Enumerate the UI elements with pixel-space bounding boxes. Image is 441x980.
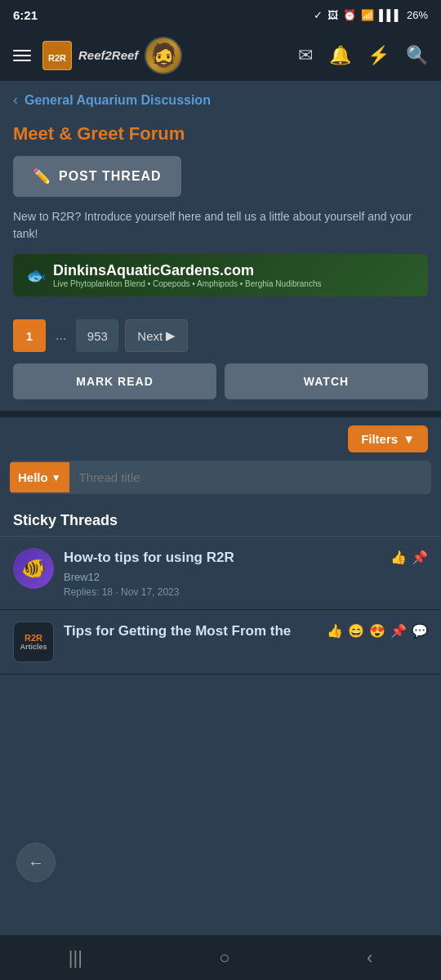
status-time: 6:21 <box>13 8 38 22</box>
thread-avatar-2: R2R Articles <box>13 621 54 662</box>
hamburger-menu[interactable] <box>13 50 31 61</box>
breadcrumb-text: General Aquarium Discussion <box>24 93 211 108</box>
main-header: R2R Reef2Reef 🧔 ✉ 🔔 ⚡ 🔍 <box>0 29 441 82</box>
status-icons: ✓ 🖼 ⏰ 📶 ▌▌▌ 26% <box>314 9 428 21</box>
search-icon[interactable]: 🔍 <box>406 45 428 66</box>
post-thread-label: POST THREAD <box>59 169 162 184</box>
thumbsup-icon: 👍 <box>390 550 407 565</box>
heart-eyes-icon: 😍 <box>369 623 385 639</box>
forum-description: New to R2R? Introduce yourself here and … <box>13 208 428 243</box>
edit-icon: ✏️ <box>33 167 51 185</box>
header-icons: ✉ 🔔 ⚡ 🔍 <box>298 45 428 66</box>
thread-avatar-icon-1: 🐠 <box>21 557 46 580</box>
svg-text:R2R: R2R <box>48 53 66 63</box>
thread-reactions-2: 👍 😄 😍 📌 💬 <box>327 623 428 639</box>
thread-content-2: Tips for Getting the Most From the 👍 😄 😍… <box>64 621 428 644</box>
page-1-button[interactable]: 1 <box>13 319 46 352</box>
page-dots: ... <box>52 328 69 343</box>
ad-subtitle: Live Phytoplankton Blend • Copepods • Am… <box>53 279 415 288</box>
section-divider <box>0 411 441 417</box>
bottom-nav: ||| ○ ‹ <box>0 934 441 980</box>
thread-search-input[interactable] <box>69 461 431 494</box>
sticky-thread-1[interactable]: 🐠 How-to tips for using R2R 👍 📌 Brew12 R… <box>0 537 441 610</box>
battery-icon: 26% <box>407 9 428 21</box>
status-bar: 6:21 ✓ 🖼 ⏰ 📶 ▌▌▌ 26% <box>0 0 441 29</box>
wifi-icon: 📶 <box>361 9 374 21</box>
page-next-button[interactable]: Next ▶ <box>125 319 188 352</box>
thread-author-1: Brew12 <box>64 571 428 583</box>
back-overlay-button[interactable]: ← <box>16 843 56 882</box>
search-bar: Hello ▼ <box>10 461 431 494</box>
ad-content: DinkinsAquaticGardens.com Live Phytoplan… <box>53 262 415 288</box>
thread-title-1: How-to tips for using R2R <box>64 548 234 568</box>
ad-banner[interactable]: 🐟 DinkinsAquaticGardens.com Live Phytopl… <box>13 254 428 296</box>
sticky-threads-header: Sticky Threads <box>0 502 441 537</box>
chevron-down-icon: ▼ <box>51 472 61 483</box>
articles-label: R2R <box>24 633 42 643</box>
comment-icon: 💬 <box>412 623 428 639</box>
thread-title-2: Tips for Getting the Most From the <box>64 621 291 641</box>
bottom-back-icon[interactable]: ‹ <box>367 947 372 969</box>
pagination-row: 1 ... 953 Next ▶ <box>13 319 428 352</box>
thread-reactions-1: 👍 📌 <box>390 550 428 565</box>
back-overlay-icon: ← <box>28 853 44 872</box>
sticky-thread-2[interactable]: R2R Articles Tips for Getting the Most F… <box>0 610 441 675</box>
breadcrumb: ‹ General Aquarium Discussion <box>0 82 441 118</box>
laugh-icon: 😄 <box>348 623 364 639</box>
pin-icon-2: 📌 <box>390 623 407 639</box>
page-last-button[interactable]: 953 <box>76 319 118 352</box>
checkmark-icon: ✓ <box>314 9 323 21</box>
mark-read-button[interactable]: MARK READ <box>13 363 216 399</box>
logo-badge: R2R <box>42 41 72 70</box>
thread-meta-1: Replies: 18 · Nov 17, 2023 <box>64 586 428 598</box>
back-arrow-icon[interactable]: ‹ <box>13 91 18 109</box>
bell-icon[interactable]: 🔔 <box>329 45 351 66</box>
logo-area: R2R Reef2Reef 🧔 <box>42 37 287 74</box>
filters-arrow-icon: ▼ <box>403 432 415 446</box>
filters-button[interactable]: Filters ▼ <box>348 425 428 452</box>
thumbsup-icon-2: 👍 <box>327 623 343 639</box>
image-icon: 🖼 <box>327 9 338 21</box>
thread-content-1: How-to tips for using R2R 👍 📌 Brew12 Rep… <box>64 548 428 598</box>
signal-icon: ▌▌▌ <box>379 9 402 21</box>
hello-dropdown[interactable]: Hello ▼ <box>10 462 69 492</box>
ad-title: DinkinsAquaticGardens.com <box>53 262 415 279</box>
next-arrow-icon: ▶ <box>166 328 176 343</box>
thread-avatar-1: 🐠 <box>13 548 54 589</box>
pagination-section: 1 ... 953 Next ▶ MARK READ WATCH <box>0 308 441 411</box>
forum-header: Meet & Greet Forum ✏️ POST THREAD New to… <box>0 118 441 308</box>
filters-label: Filters <box>361 432 398 446</box>
forum-title: Meet & Greet Forum <box>13 123 428 145</box>
bottom-menu-icon[interactable]: ||| <box>69 947 82 969</box>
mail-icon[interactable]: ✉ <box>298 45 313 66</box>
action-row: MARK READ WATCH <box>13 363 428 399</box>
logo-text: Reef2Reef <box>78 48 138 62</box>
bolt-icon[interactable]: ⚡ <box>368 45 390 66</box>
next-label: Next <box>137 329 163 343</box>
fish-icon: 🐟 <box>26 265 47 285</box>
post-thread-button[interactable]: ✏️ POST THREAD <box>13 156 181 197</box>
bottom-home-icon[interactable]: ○ <box>219 947 229 969</box>
hello-label: Hello <box>18 470 48 484</box>
alarm-icon: ⏰ <box>343 9 356 21</box>
filters-row: Filters ▼ <box>0 417 441 461</box>
watch-button[interactable]: WATCH <box>225 363 428 399</box>
user-avatar[interactable]: 🧔 <box>145 37 182 74</box>
pin-icon-1: 📌 <box>412 550 428 565</box>
articles-sublabel: Articles <box>20 643 47 651</box>
